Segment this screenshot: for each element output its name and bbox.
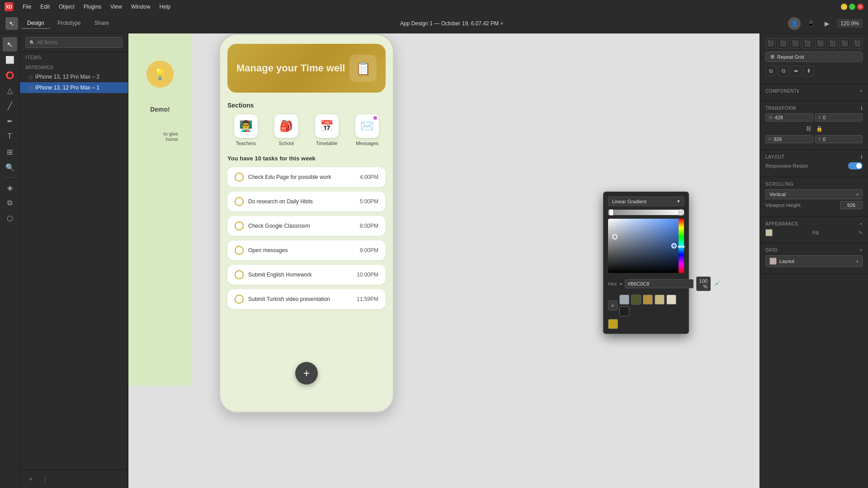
minimize-button[interactable]: ─ <box>841 4 847 10</box>
zoom-tool-icon[interactable]: 🔍 <box>3 160 17 174</box>
component-add-icon[interactable]: + <box>860 89 863 94</box>
paste-icon[interactable]: ⧉ <box>778 66 789 76</box>
task-item-4[interactable]: Submit English Homework 10:00PM <box>227 265 386 285</box>
distribute-v-icon[interactable]: ⬛ <box>852 38 863 49</box>
line-tool-icon[interactable]: ╱ <box>3 99 17 113</box>
gradient-type-select[interactable]: Linear Gradient ▾ <box>608 197 684 206</box>
layers-search-box[interactable]: 🔍 <box>25 37 123 48</box>
gradient-stop-left[interactable] <box>609 209 613 216</box>
align-center-h-icon[interactable]: ⬛ <box>778 38 788 49</box>
add-swatch-button[interactable]: + <box>608 300 618 310</box>
x-field[interactable]: X 0 <box>815 113 863 122</box>
task-item-1[interactable]: Do research on Daily Hbits 5:00PM <box>227 192 386 211</box>
close-button[interactable]: ✕ <box>857 4 863 10</box>
menu-object[interactable]: Object <box>55 3 78 11</box>
eyedropper-button[interactable]: 💉 <box>713 279 720 289</box>
artboard-tool-icon[interactable]: ⊞ <box>3 145 17 159</box>
task-item-5[interactable]: Submit Turkish video presentation 11:59P… <box>227 289 386 309</box>
width-field[interactable]: W 428 <box>765 113 813 122</box>
menu-window[interactable]: Window <box>127 3 154 11</box>
fill-edit-icon[interactable]: ✎ <box>859 230 863 236</box>
menu-view[interactable]: View <box>107 3 126 11</box>
align-top-icon[interactable]: ⬛ <box>802 38 813 49</box>
artboard-item-2[interactable]: ◻ iPhone 13, 12 Pro Max – 2 <box>20 71 128 82</box>
lock-aspect-icon[interactable]: 🔒 <box>814 123 825 134</box>
swatch-2[interactable] <box>643 295 653 305</box>
triangle-tool-icon[interactable]: △ <box>3 83 17 98</box>
section-teachers[interactable]: 👨‍🏫 Teachers <box>227 114 264 146</box>
ellipse-tool-icon[interactable]: ⭕ <box>3 68 17 82</box>
add-layer-button[interactable]: + <box>25 474 36 484</box>
appearance-add-icon[interactable]: + <box>860 221 863 226</box>
artboard-item-1[interactable]: ◻ iPhone 13, 12 Pro Max – 1 <box>20 82 128 93</box>
swatch-yellow[interactable] <box>608 319 618 329</box>
hex-dropdown-arrow[interactable]: ▾ <box>620 282 622 286</box>
layers-icon[interactable]: ⧉ <box>3 196 17 210</box>
text-tool-icon[interactable]: T <box>3 129 17 144</box>
play-button[interactable]: ▶ <box>821 17 833 30</box>
opacity-value[interactable]: 100 % <box>696 277 711 291</box>
align-left-icon[interactable]: ⬛ <box>765 38 776 49</box>
select-tool-icon[interactable]: ↖ <box>3 37 17 52</box>
window-controls: ─ □ ✕ <box>841 4 863 10</box>
menu-plugins[interactable]: Plugins <box>80 3 105 11</box>
height-field[interactable]: H 926 <box>765 135 813 143</box>
profile-button[interactable]: 👤 <box>788 17 801 30</box>
section-label-teachers: Teachers <box>236 141 256 146</box>
task-item-3[interactable]: Open messages 9:00PM <box>227 240 386 260</box>
menu-edit[interactable]: Edit <box>37 3 53 11</box>
task-item-0[interactable]: Check Edu Page for possible work 4:00PM <box>227 167 386 187</box>
maximize-button[interactable]: □ <box>849 4 855 10</box>
menu-help[interactable]: Help <box>156 3 175 11</box>
plugins-icon[interactable]: ⬡ <box>3 211 17 225</box>
fab-button[interactable]: + <box>295 362 318 385</box>
color-area[interactable] <box>608 219 684 273</box>
select-tool[interactable]: ↖ <box>5 17 18 30</box>
rectangle-tool-icon[interactable]: ⬜ <box>3 52 17 67</box>
grid-add-icon[interactable]: + <box>860 248 863 253</box>
section-timetable[interactable]: 📅 Timetable <box>308 114 345 146</box>
copy-icon[interactable]: ⧉ <box>765 66 776 76</box>
scroll-direction-dropdown[interactable]: Vertical ▾ <box>765 189 863 199</box>
y-field[interactable]: Y 0 <box>815 135 863 143</box>
scrolling-section: SCROLLING Vertical ▾ Viewport Height 926 <box>760 177 868 217</box>
repeat-grid-button[interactable]: ⊞ Repeat Grid <box>765 52 863 62</box>
tab-design[interactable]: Design <box>21 18 50 29</box>
align-bottom-icon[interactable]: ⬛ <box>827 38 838 49</box>
layers-settings-button[interactable]: ⋮ <box>40 474 51 484</box>
swatch-4[interactable] <box>666 295 676 305</box>
pen-tool-icon[interactable]: ✒ <box>3 114 17 128</box>
swatch-5[interactable] <box>619 306 629 316</box>
align-center-v-icon[interactable]: ⬛ <box>815 38 826 49</box>
distribute-h-icon[interactable]: ⬛ <box>840 38 850 49</box>
assets-icon[interactable]: ◈ <box>3 180 17 195</box>
y-label: Y <box>818 137 821 142</box>
device-preview-button[interactable]: 📱 <box>804 17 817 30</box>
tab-share[interactable]: Share <box>88 18 115 29</box>
title-dropdown-icon[interactable]: ▾ <box>500 20 503 27</box>
menu-file[interactable]: File <box>19 3 35 11</box>
link-proportions-icon[interactable]: ⛓ <box>803 123 814 134</box>
grid-layout-dropdown[interactable]: Layout ▾ <box>765 255 863 267</box>
gradient-stop-right[interactable] <box>679 209 683 216</box>
swatch-1[interactable] <box>631 295 641 305</box>
section-messages[interactable]: ✉️ Messages <box>349 114 386 146</box>
hex-input[interactable] <box>625 279 693 288</box>
search-input[interactable] <box>37 39 118 46</box>
swatch-3[interactable] <box>655 295 665 305</box>
canvas-area[interactable]: 💡 Demo! to give home Manage your Time we… <box>128 33 760 488</box>
viewport-height-value[interactable]: 926 <box>840 201 863 209</box>
flip-h-icon[interactable]: ⬌ <box>791 66 802 76</box>
hue-bar[interactable] <box>679 219 684 273</box>
zoom-indicator[interactable]: 120.9% <box>837 19 863 28</box>
fill-color-swatch[interactable] <box>765 229 773 236</box>
task-item-2[interactable]: Check Google Classroom 8:00PM <box>227 216 386 236</box>
gradient-bar[interactable] <box>608 210 684 215</box>
align-right-icon[interactable]: ⬛ <box>790 38 801 49</box>
tab-prototype[interactable]: Prototype <box>51 18 87 29</box>
task-circle-5 <box>235 295 244 304</box>
responsive-resize-toggle[interactable] <box>848 162 863 169</box>
swatch-0[interactable] <box>619 295 629 305</box>
flip-v-icon[interactable]: ⬍ <box>803 66 814 76</box>
section-school[interactable]: 🎒 School <box>268 114 305 146</box>
